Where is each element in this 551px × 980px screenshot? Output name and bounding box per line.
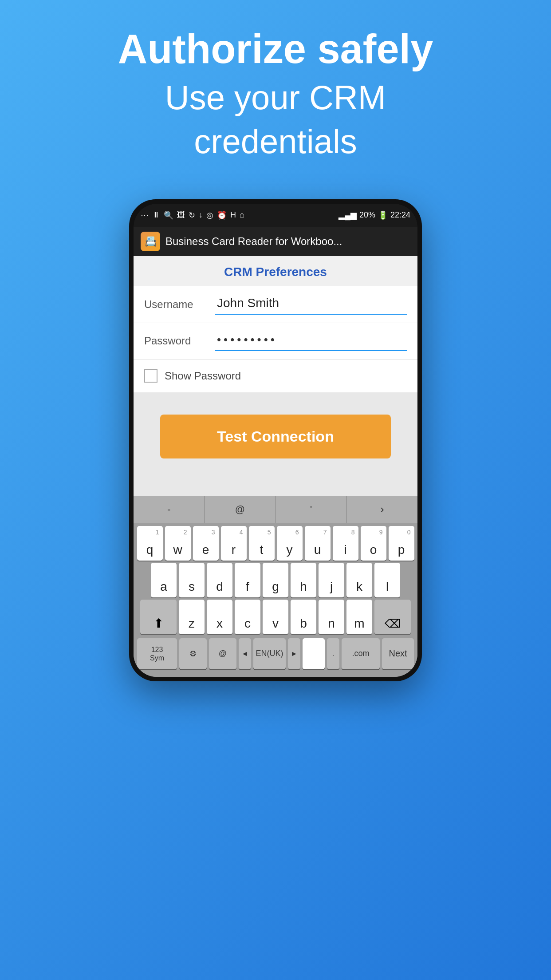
key-row-3: ⬆ z x c v b n m ⌫ [135,600,416,634]
gps-icon: ◎ [206,210,213,220]
key-d[interactable]: d [207,563,232,597]
keyboard-suggestions: - @ ' › [134,496,417,523]
shift-key[interactable]: ⬆ [140,600,177,634]
menu-icon: ⋯ [141,210,149,220]
key-g[interactable]: g [263,563,288,597]
image-icon: 🖼 [177,210,185,220]
app-bar: 📇 Business Card Reader for Workboo... [134,227,417,256]
key-j[interactable]: j [319,563,344,597]
key-u[interactable]: 7u [305,526,331,561]
username-input[interactable] [215,294,407,315]
keyboard-rows: 1q 2w 3e 4r 5t 6y 7u 8i 9o 0p a s d f [134,523,417,677]
key-row-bottom: 123Sym ⚙ @ ◄ EN(UK) ► . .com Next [135,636,416,673]
show-password-row: Show Password [134,360,417,392]
key-gear[interactable]: ⚙ [179,638,207,669]
header-section: Authorize safely Use your CRM credential… [118,27,433,164]
key-w[interactable]: 2w [165,526,191,561]
key-next[interactable]: Next [382,638,414,669]
header-line2: Use your CRM credentials [118,76,433,164]
app-title: Business Card Reader for Workboo... [165,235,342,248]
alarm-icon: ⏰ [217,210,227,220]
suggestion-dash[interactable]: - [134,496,205,523]
battery-percent: 20% [359,210,375,220]
username-row: Username [134,286,417,323]
backspace-key[interactable]: ⌫ [374,600,411,634]
key-b[interactable]: b [291,600,316,634]
signal-bars: ▂▄▆ [338,210,357,220]
password-row: Password [134,323,417,360]
key-period-bottom[interactable]: . [327,638,339,669]
status-bar-right: ▂▄▆ 20% 🔋 22:24 [338,210,410,220]
key-z[interactable]: z [179,600,205,634]
username-label: Username [144,298,215,311]
download-icon: ↓ [199,210,203,220]
key-at-bottom[interactable]: @ [209,638,236,669]
key-n[interactable]: n [319,600,344,634]
home-icon: ⌂ [240,210,244,220]
key-row-2: a s d f g h j k l [135,563,416,597]
suggestion-apostrophe[interactable]: ' [276,496,347,523]
key-k[interactable]: k [346,563,372,597]
key-o[interactable]: 9o [361,526,386,561]
sync-icon: ↻ [189,210,195,220]
key-lang-right[interactable]: ► [288,638,300,669]
show-password-label: Show Password [165,370,241,382]
key-p[interactable]: 0p [389,526,414,561]
key-h[interactable]: h [291,563,316,597]
key-dotcom[interactable]: .com [342,638,380,669]
suggestion-arrow[interactable]: › [347,496,417,523]
show-password-checkbox[interactable] [144,369,157,383]
app-icon: 📇 [141,232,160,251]
status-bar-left: ⋯ ⏸ 🔍 🖼 ↻ ↓ ◎ ⏰ H ⌂ [141,210,244,220]
key-q[interactable]: 1q [137,526,163,561]
pause-icon: ⏸ [152,210,160,220]
key-i[interactable]: 8i [333,526,358,561]
key-m[interactable]: m [346,600,372,634]
header-line1: Authorize safely [118,27,433,71]
keyboard: - @ ' › 1q 2w 3e 4r 5t 6y 7u 8i 9o 0p [134,496,417,677]
key-lang[interactable]: EN(UK) [253,638,286,669]
phone-device: ⋯ ⏸ 🔍 🖼 ↻ ↓ ◎ ⏰ H ⌂ ▂▄▆ 20% 🔋 22:24 📇 [129,199,422,681]
key-r[interactable]: 4r [221,526,247,561]
key-t[interactable]: 5t [249,526,275,561]
key-123sym[interactable]: 123Sym [137,638,177,669]
main-content: CRM Preferences Username Password Show P… [134,256,417,496]
key-f[interactable]: f [235,563,260,597]
search-status-icon: 🔍 [164,210,173,220]
password-label: Password [144,335,215,347]
key-lang-left[interactable]: ◄ [239,638,251,669]
key-a[interactable]: a [151,563,177,597]
password-input[interactable] [215,331,407,351]
clock: 22:24 [390,210,410,220]
status-bar: ⋯ ⏸ 🔍 🖼 ↻ ↓ ◎ ⏰ H ⌂ ▂▄▆ 20% 🔋 22:24 [134,204,417,227]
key-l[interactable]: l [374,563,400,597]
button-area: Test Connection [134,392,417,481]
test-connection-button[interactable]: Test Connection [160,415,391,458]
suggestion-at[interactable]: @ [205,496,276,523]
key-e[interactable]: 3e [193,526,219,561]
battery-icon: 🔋 [378,210,388,220]
form-area: Username Password Show Password [134,286,417,392]
preferences-title: CRM Preferences [134,256,417,286]
key-y[interactable]: 6y [277,526,303,561]
key-c[interactable]: c [235,600,260,634]
key-v[interactable]: v [263,600,288,634]
key-x[interactable]: x [207,600,232,634]
key-s[interactable]: s [179,563,205,597]
h-icon: H [230,210,236,220]
key-row-1: 1q 2w 3e 4r 5t 6y 7u 8i 9o 0p [135,526,416,561]
key-space-inner[interactable] [303,638,325,669]
